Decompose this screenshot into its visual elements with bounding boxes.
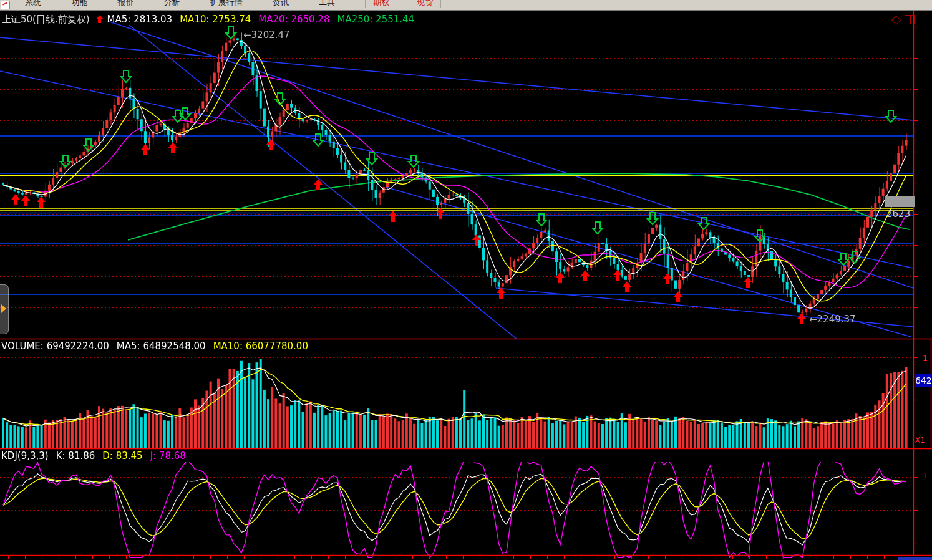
menu-bar: 系统 功能 报价 分析 扩展行情 资讯 工具 期权 现货 模拟交易不显示 上证-…	[0, 0, 932, 11]
menu-item-analysis[interactable]: 分析	[164, 0, 180, 8]
volume-axis-current-label: 642	[915, 374, 932, 387]
menu-item-tools[interactable]: 工具	[319, 0, 335, 8]
main-pane-header: 上证50(日线.前复权)MA5: 2813.03MA10: 2753.74MA2…	[2, 14, 414, 26]
ma5-value: MA5: 2813.03	[107, 14, 173, 25]
app-icon[interactable]	[1, 1, 10, 9]
menu-item-options[interactable]: 期权	[365, 0, 397, 8]
volume-axis-top-label: 1	[923, 354, 928, 363]
horizontal-scrollbar[interactable]	[898, 557, 932, 560]
menu-item-news[interactable]: 资讯	[273, 0, 289, 8]
split-window-icon[interactable]	[905, 15, 915, 24]
symbol-title[interactable]: 上证50(日线.前复权)	[2, 14, 90, 25]
kdj-axis-top-label: 1	[923, 471, 928, 480]
menu-item-spot[interactable]: 现货	[409, 0, 441, 8]
volume-axis-scale-label: X1	[915, 436, 925, 445]
expand-arrow-icon	[1, 304, 6, 313]
trading-app-window: 系统 功能 报价 分析 扩展行情 资讯 工具 期权 现货 模拟交易不显示 上证-…	[0, 0, 932, 560]
menu-item-quote[interactable]: 报价	[117, 0, 133, 8]
low-price-label: ←2249.37	[809, 314, 856, 325]
ma10-value: MA10: 2753.74	[180, 14, 251, 25]
kdj-k-value: K: 81.86	[56, 450, 95, 461]
menu-item-system[interactable]: 系统	[25, 0, 41, 8]
kdj-d-value: D: 83.45	[102, 450, 142, 461]
kdj-pane-header: KDJ(9,3,3)K: 81.86D: 83.45J: 78.68	[1, 450, 186, 461]
price-line-value: 2623	[886, 208, 910, 220]
volume-ma5-value: MA5: 64892548.00	[117, 340, 206, 352]
ma20-value: MA20: 2650.28	[258, 14, 329, 25]
ma250-value: MA250: 2551.44	[337, 14, 414, 25]
volume-pane-header: VOLUME: 69492224.00MA5: 64892548.00MA10:…	[1, 340, 308, 352]
chart-canvas[interactable]	[0, 0, 932, 560]
high-price-label: ←3202.47	[243, 29, 290, 41]
kdj-title: KDJ(9,3,3)	[1, 450, 49, 461]
volume-ma10-value: MA10: 66077780.00	[213, 340, 308, 352]
title-underline	[2, 26, 95, 26]
menu-item-function[interactable]: 功能	[71, 0, 87, 8]
trend-up-arrow-icon	[96, 15, 104, 24]
menu-item-extended[interactable]: 扩展行情	[210, 0, 243, 8]
kdj-j-value: J: 78.68	[150, 450, 186, 461]
volume-value: VOLUME: 69492224.00	[1, 340, 109, 352]
sidebar-flyout-tab[interactable]	[0, 284, 9, 334]
price-line-handle[interactable]	[885, 196, 915, 207]
